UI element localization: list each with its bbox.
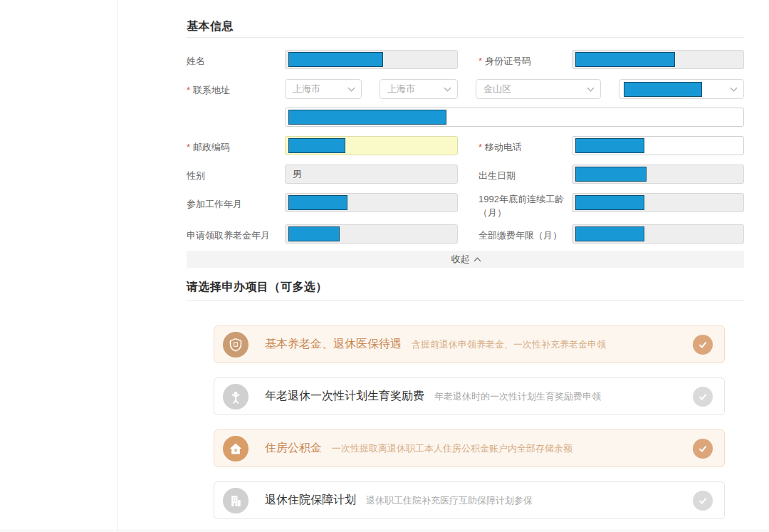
mobile-label: *移动电话	[478, 141, 522, 154]
project-name: 基本养老金、退休医保待遇	[265, 337, 402, 352]
project-name: 年老退休一次性计划生育奖励费	[265, 389, 424, 404]
redaction-block	[624, 82, 702, 97]
mobile-input[interactable]	[572, 136, 744, 155]
chevron-down-icon	[444, 85, 451, 92]
id-number-label: *身份证号码	[478, 55, 531, 68]
redaction-block	[288, 195, 347, 210]
collapse-label: 收起	[451, 253, 470, 266]
project-card-hospital-plan[interactable]: 退休住院保障计划 退休职工住院补充医疗互助保障计划参保	[214, 481, 725, 519]
check-icon	[693, 491, 713, 511]
street-address-input[interactable]	[285, 108, 744, 127]
basic-info-title: 基本信息	[187, 19, 234, 34]
project-name: 住房公积金	[265, 441, 322, 456]
collapse-button[interactable]: 收起	[187, 251, 744, 268]
district-select[interactable]: 金山区	[476, 79, 601, 99]
city-select[interactable]: 上海市	[380, 79, 458, 99]
redaction-block	[575, 195, 644, 210]
chevron-up-icon	[474, 257, 481, 264]
redaction-block	[288, 138, 345, 153]
chevron-down-icon	[587, 85, 595, 92]
chevron-down-icon	[731, 85, 738, 92]
left-panel-divider	[117, 0, 117, 531]
chevron-down-icon	[348, 85, 355, 92]
redaction-block	[575, 52, 675, 67]
project-desc: 含提前退休申领养老金、一次性补充养老金申领	[412, 338, 606, 351]
name-label: 姓名	[187, 55, 205, 68]
retirement-application-form: 基本信息 姓名 *身份证号码 *联系地址 上海市 上海市 金山区 *邮政编码 *…	[0, 0, 769, 532]
street-select[interactable]	[619, 79, 744, 99]
birth-date-input[interactable]	[572, 165, 744, 184]
check-icon	[693, 387, 713, 407]
gender-value: 男	[293, 168, 302, 181]
project-desc: 年老退休时的一次性计划生育奖励费申领	[434, 390, 601, 403]
project-desc: 一次性提取离退休职工本人住房公积金账户内全部存储余额	[332, 442, 572, 455]
basic-info-rule	[187, 37, 744, 38]
redaction-block	[288, 52, 383, 67]
pension-claim-input[interactable]	[285, 224, 458, 244]
redaction-block	[288, 110, 446, 125]
projects-rule	[187, 300, 744, 301]
gender-input[interactable]: 男	[285, 165, 458, 184]
postal-code-input[interactable]	[285, 136, 458, 155]
project-card-birth-reward[interactable]: 年老退休一次性计划生育奖励费 年老退休时的一次性计划生育奖励费申领	[214, 377, 725, 415]
shield-icon	[223, 332, 249, 358]
pre-1992-service-label: 1992年底前连续工龄（月）	[478, 193, 571, 220]
id-number-input[interactable]	[572, 50, 744, 69]
postal-code-label: *邮政编码	[187, 141, 230, 154]
name-input[interactable]	[285, 50, 458, 69]
project-name: 退休住院保障计划	[265, 493, 356, 508]
work-start-label: 参加工作年月	[187, 198, 242, 211]
redaction-block	[575, 138, 644, 153]
birth-date-label: 出生日期	[478, 169, 516, 182]
gender-label: 性别	[187, 169, 205, 182]
address-label: *联系地址	[187, 84, 230, 97]
project-card-housing-fund[interactable]: ¥ 住房公积金 一次性提取离退休职工本人住房公积金账户内全部存储余额	[214, 429, 725, 467]
total-contribution-label: 全部缴费年限（月）	[478, 229, 562, 242]
redaction-block	[288, 226, 340, 241]
total-contribution-input[interactable]	[572, 224, 744, 244]
work-start-input[interactable]	[285, 193, 458, 212]
projects-title: 请选择申办项目（可多选）	[187, 280, 328, 295]
hospital-building-icon	[223, 488, 249, 513]
bottom-divider	[0, 531, 769, 531]
person-icon	[223, 384, 249, 410]
redaction-block	[575, 167, 647, 182]
project-card-pension-medical[interactable]: 基本养老金、退休医保待遇 含提前退休申领养老金、一次性补充养老金申领	[214, 325, 725, 363]
check-icon	[693, 439, 713, 459]
check-icon	[693, 335, 713, 355]
province-select[interactable]: 上海市	[285, 79, 362, 99]
pre-1992-service-input[interactable]	[572, 193, 744, 212]
house-yuan-icon: ¥	[223, 436, 249, 461]
pension-claim-label: 申请领取养老金年月	[187, 229, 270, 242]
redaction-block	[575, 226, 644, 241]
project-desc: 退休职工住院补充医疗互助保障计划参保	[366, 494, 533, 507]
